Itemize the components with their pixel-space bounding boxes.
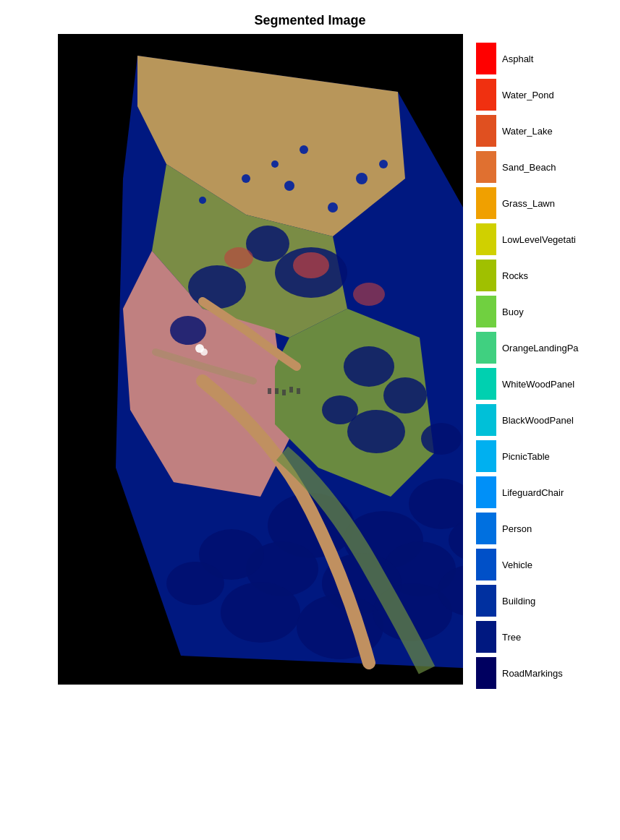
legend-item: BlackWoodPanel: [476, 403, 579, 437]
legend-label: WhiteWoodPanel: [502, 379, 574, 390]
legend-label: Tree: [502, 632, 521, 643]
legend-item: Grass_Lawn: [476, 186, 579, 220]
legend-item: Buoy: [476, 294, 579, 329]
legend-color-swatch: [476, 549, 496, 580]
page-title: Segmented Image: [0, 0, 620, 34]
legend-color-swatch: [476, 223, 496, 255]
svg-rect-42: [268, 388, 271, 394]
legend-label: Sand_Beach: [502, 162, 556, 173]
legend: AsphaltWater_PondWater_LakeSand_BeachGra…: [476, 34, 579, 692]
svg-point-29: [242, 174, 250, 183]
legend-item: Water_Lake: [476, 113, 579, 148]
svg-point-12: [421, 423, 462, 455]
legend-color-swatch: [476, 368, 496, 400]
segmented-image: [58, 34, 463, 685]
svg-point-41: [200, 348, 208, 356]
legend-item: Building: [476, 583, 579, 618]
svg-point-38: [224, 247, 253, 269]
legend-color-swatch: [476, 43, 496, 74]
legend-item: LifeguardChair: [476, 475, 579, 510]
legend-label: Buoy: [502, 307, 524, 317]
legend-item: WhiteWoodPanel: [476, 367, 579, 401]
legend-item: Tree: [476, 620, 579, 654]
svg-rect-43: [275, 388, 279, 394]
legend-color-swatch: [476, 404, 496, 436]
svg-point-10: [344, 346, 394, 387]
legend-color-swatch: [476, 296, 496, 327]
svg-rect-44: [282, 390, 286, 395]
svg-point-23: [166, 562, 224, 605]
svg-point-36: [328, 202, 338, 213]
legend-label: OrangeLandingPa: [502, 343, 579, 353]
legend-item: RoadMarkings: [476, 656, 579, 690]
legend-color-swatch: [476, 476, 496, 508]
legend-color-swatch: [476, 260, 496, 291]
legend-color-swatch: [476, 513, 496, 544]
legend-label: RoadMarkings: [502, 668, 563, 679]
svg-point-35: [379, 160, 388, 168]
svg-rect-45: [289, 387, 293, 393]
svg-point-9: [170, 316, 206, 345]
legend-label: Person: [502, 523, 532, 534]
legend-label: PicnicTable: [502, 451, 550, 462]
legend-color-swatch: [476, 440, 496, 472]
legend-label: LifeguardChair: [502, 487, 564, 498]
legend-color-swatch: [476, 332, 496, 364]
svg-point-32: [199, 197, 206, 204]
legend-color-swatch: [476, 151, 496, 183]
svg-point-39: [353, 283, 385, 306]
legend-label: Grass_Lawn: [502, 198, 555, 209]
legend-color-swatch: [476, 187, 496, 219]
svg-point-33: [300, 145, 308, 154]
legend-label: Building: [502, 596, 535, 607]
page: Segmented Image: [0, 0, 620, 840]
legend-label: Rocks: [502, 270, 528, 281]
legend-item: Asphalt: [476, 41, 579, 76]
legend-label: BlackWoodPanel: [502, 415, 574, 426]
svg-point-31: [284, 181, 294, 191]
legend-item: Person: [476, 511, 579, 546]
legend-item: Rocks: [476, 258, 579, 293]
legend-color-swatch: [476, 585, 496, 617]
svg-point-14: [322, 395, 358, 424]
legend-color-swatch: [476, 79, 496, 111]
legend-item: LowLevelVegetati: [476, 222, 579, 257]
svg-point-11: [383, 377, 427, 413]
svg-point-37: [293, 252, 329, 278]
svg-point-6: [188, 265, 246, 309]
svg-rect-46: [297, 388, 300, 394]
legend-item: Water_Pond: [476, 77, 579, 112]
legend-item: Sand_Beach: [476, 150, 579, 184]
legend-item: PicnicTable: [476, 439, 579, 473]
legend-color-swatch: [476, 657, 496, 689]
svg-point-34: [356, 173, 368, 184]
legend-color-swatch: [476, 115, 496, 147]
legend-label: Asphalt: [502, 53, 533, 64]
legend-item: Vehicle: [476, 547, 579, 582]
legend-label: Water_Lake: [502, 126, 553, 137]
legend-color-swatch: [476, 621, 496, 653]
svg-point-24: [221, 582, 300, 643]
legend-label: Vehicle: [502, 560, 532, 570]
legend-label: LowLevelVegetati: [502, 234, 576, 245]
legend-label: Water_Pond: [502, 90, 554, 100]
chart-area: AsphaltWater_PondWater_LakeSand_BeachGra…: [58, 34, 620, 692]
svg-point-30: [271, 160, 279, 168]
legend-item: OrangeLandingPa: [476, 330, 579, 365]
